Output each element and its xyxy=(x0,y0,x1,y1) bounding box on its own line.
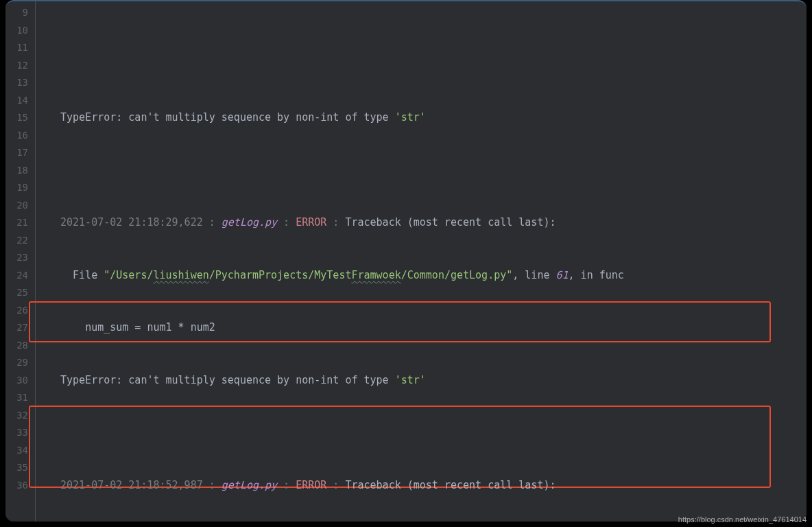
line-number: 11 xyxy=(5,39,35,57)
line-number: 25 xyxy=(5,284,35,302)
line-number: 16 xyxy=(5,127,35,145)
line-number: 22 xyxy=(5,232,35,250)
log-line: TypeError: can't multiply sequence by no… xyxy=(60,372,807,390)
line-number: 15 xyxy=(5,109,35,127)
line-number: 29 xyxy=(5,354,35,372)
line-number: 26 xyxy=(5,302,35,320)
log-line: num_sum = num1 * num2 xyxy=(60,319,807,337)
line-number: 19 xyxy=(5,179,35,197)
line-number: 17 xyxy=(5,144,35,162)
log-line xyxy=(60,424,807,442)
line-number: 14 xyxy=(5,92,35,110)
line-number: 28 xyxy=(5,337,35,355)
line-number: 12 xyxy=(5,57,35,75)
line-number: 36 xyxy=(5,477,35,495)
line-number: 32 xyxy=(5,407,35,425)
highlight-box-2 xyxy=(29,406,771,488)
line-number: 27 xyxy=(5,319,35,337)
line-number: 35 xyxy=(5,459,35,477)
line-number: 34 xyxy=(5,442,35,460)
log-line: 2021-07-02 21:18:29,622 : getLog.py : ER… xyxy=(60,214,807,232)
line-gutter: 9101112131415161718192021222324252627282… xyxy=(5,1,36,522)
editor-window: 9101112131415161718192021222324252627282… xyxy=(5,0,807,522)
log-line: TypeError: can't multiply sequence by no… xyxy=(60,109,807,127)
line-number: 20 xyxy=(5,197,35,215)
watermark: https://blog.csdn.net/weixin_47614014 xyxy=(678,515,807,524)
line-number: 23 xyxy=(5,249,35,267)
code-area[interactable]: TypeError: can't multiply sequence by no… xyxy=(36,1,807,522)
log-line xyxy=(60,162,807,180)
line-number: 30 xyxy=(5,372,35,390)
editor-pane[interactable]: 9101112131415161718192021222324252627282… xyxy=(5,1,807,522)
log-line: 2021-07-02 21:18:52,987 : getLog.py : ER… xyxy=(60,477,807,495)
log-line: File "/Users/liushiwen/PycharmProjects/M… xyxy=(60,267,807,285)
line-number: 18 xyxy=(5,162,35,180)
line-number: 24 xyxy=(5,267,35,285)
line-number: 21 xyxy=(5,214,35,232)
line-number: 33 xyxy=(5,424,35,442)
line-number: 10 xyxy=(5,22,35,40)
line-number: 31 xyxy=(5,389,35,407)
line-number: 9 xyxy=(5,4,35,22)
line-number: 13 xyxy=(5,74,35,92)
